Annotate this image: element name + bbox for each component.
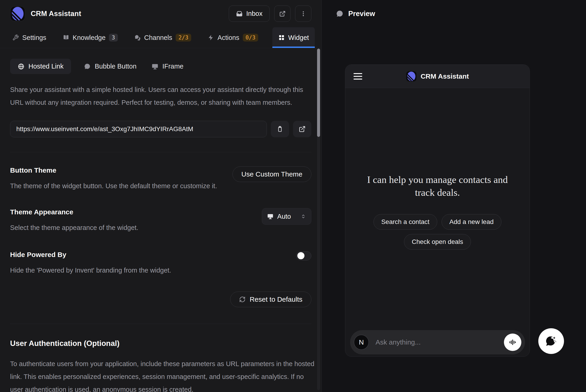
actions-count-badge: 0/3: [243, 34, 258, 42]
chat-bubble-icon: [84, 63, 91, 70]
tab-label: Knowledge: [73, 34, 106, 42]
tab-label: Channels: [144, 34, 172, 42]
tools-icon: [12, 34, 19, 41]
hide-powered-by-toggle[interactable]: [296, 251, 311, 260]
button-label: Use Custom Theme: [242, 170, 302, 178]
book-icon: [63, 34, 69, 41]
app-title: CRM Assistant: [31, 10, 81, 18]
mode-label: IFrame: [162, 62, 184, 70]
lightning-icon: [208, 34, 214, 41]
external-link-icon: [299, 126, 306, 132]
scrollbar-thumb[interactable]: [317, 48, 320, 137]
suggestion-chips: Search a contact Add a new lead Check op…: [374, 214, 502, 250]
monitor-icon: [152, 63, 158, 70]
chip-row: Search a contact Add a new lead: [374, 214, 502, 230]
app-logo: [10, 6, 25, 21]
setting-title: Hide Powered By: [10, 251, 171, 258]
tab-channels[interactable]: Channels 2/3: [132, 27, 194, 48]
chevron-up-down-icon: [300, 214, 306, 219]
widget-brand: CRM Assistant: [345, 65, 530, 88]
hosted-link-description: Share your assistant with a simple hoste…: [10, 83, 314, 109]
mode-iframe[interactable]: IFrame: [149, 59, 186, 74]
reset-row: Reset to Defaults: [10, 292, 311, 307]
inbox-label: Inbox: [246, 10, 262, 18]
section-divider: [10, 152, 311, 152]
hosted-link-input[interactable]: [10, 121, 267, 137]
user-auth-description: To authenticate users from your applicat…: [10, 358, 315, 392]
message-input[interactable]: [369, 338, 504, 346]
embed-mode-switcher: Hosted Link Bubble Button IFrame: [10, 59, 311, 74]
knowledge-count-badge: 3: [109, 34, 118, 42]
chat-bubble-icon: [336, 10, 344, 18]
tab-widget[interactable]: Widget: [272, 27, 315, 48]
kebab-menu-icon: [300, 10, 306, 17]
waveform-icon: [508, 338, 517, 346]
mode-label: Bubble Button: [95, 62, 136, 70]
monitor-icon: [267, 213, 274, 220]
widget-title: CRM Assistant: [421, 72, 469, 80]
open-link-button[interactable]: [293, 121, 311, 137]
tab-label: Actions: [218, 34, 239, 42]
reset-to-defaults-button[interactable]: Reset to Defaults: [230, 292, 311, 307]
hide-powered-by-setting: Hide Powered By Hide the 'Powered by Inv…: [10, 251, 311, 274]
setting-title: Theme Appearance: [10, 208, 138, 216]
hosted-link-row: [10, 121, 311, 137]
app-brand: CRM Assistant: [10, 6, 81, 21]
tab-label: Widget: [288, 34, 309, 42]
toggle-knob: [297, 252, 304, 259]
more-options-button[interactable]: [295, 6, 311, 22]
channels-count-badge: 2/3: [176, 34, 191, 42]
config-tabbar: Settings Knowledge 3 Channels 2/3 Action…: [0, 27, 322, 48]
clipboard-icon: [276, 126, 283, 132]
widget-preview-card: CRM Assistant I can help you manage cont…: [345, 64, 530, 357]
refresh-icon: [239, 296, 246, 302]
inbox-button[interactable]: Inbox: [229, 6, 270, 22]
inbox-icon: [236, 10, 243, 17]
widget-header: CRM Assistant: [345, 65, 530, 88]
chat-sparkle-icon: [544, 334, 558, 348]
setting-title: Button Theme: [10, 166, 217, 174]
tab-knowledge[interactable]: Knowledge 3: [60, 27, 120, 48]
suggestion-search-contact[interactable]: Search a contact: [374, 214, 437, 230]
welcome-message: I can help you manage contacts and track…: [357, 173, 518, 199]
header-actions: Inbox: [229, 6, 311, 22]
widget-grid-icon: [278, 34, 285, 41]
preview-panel: Preview: [322, 0, 586, 392]
use-custom-theme-button[interactable]: Use Custom Theme: [232, 166, 311, 182]
tab-settings[interactable]: Settings: [10, 27, 48, 48]
mode-bubble-button[interactable]: Bubble Button: [82, 59, 139, 74]
setting-description: The theme of the widget button. Use the …: [10, 182, 217, 190]
widget-tab-content: Hosted Link Bubble Button IFrame Share y…: [0, 48, 322, 392]
tab-label: Settings: [22, 34, 46, 42]
section-divider: [10, 324, 311, 324]
suggestion-add-lead[interactable]: Add a new lead: [442, 214, 502, 230]
theme-appearance-setting: Theme Appearance Select the theme appear…: [10, 208, 311, 232]
hamburger-menu-button[interactable]: [354, 73, 362, 80]
mode-label: Hosted Link: [28, 62, 64, 70]
external-link-icon: [279, 10, 286, 17]
tab-actions[interactable]: Actions 0/3: [206, 27, 260, 48]
app-header: CRM Assistant Inbox: [0, 0, 322, 27]
message-input-bar: N: [350, 330, 525, 354]
button-label: Reset to Defaults: [250, 296, 302, 303]
setting-description: Hide the 'Powered by Invent' branding fr…: [10, 266, 171, 274]
user-auth-title: User Authentication (Optional): [10, 339, 311, 348]
preview-title: Preview: [348, 10, 375, 18]
setting-description: Select the theme appearance of the widge…: [10, 224, 138, 232]
selected-appearance: Auto: [277, 213, 291, 220]
user-avatar: N: [354, 335, 369, 350]
widget-body: I can help you manage contacts and track…: [345, 88, 530, 357]
suggestion-check-deals[interactable]: Check open deals: [404, 234, 471, 250]
copy-link-button[interactable]: [271, 121, 289, 137]
button-theme-text: Button Theme The theme of the widget but…: [10, 166, 217, 190]
hide-powered-by-text: Hide Powered By Hide the 'Powered by Inv…: [10, 251, 171, 274]
widget-logo: [406, 71, 416, 82]
button-theme-setting: Button Theme The theme of the widget but…: [10, 166, 311, 190]
globe-icon: [18, 63, 24, 70]
voice-input-button[interactable]: [504, 334, 521, 351]
open-external-button[interactable]: [274, 6, 290, 22]
theme-appearance-select[interactable]: Auto: [262, 208, 311, 225]
mode-hosted-link[interactable]: Hosted Link: [10, 59, 71, 74]
assistant-config-panel: CRM Assistant Inbox: [0, 0, 322, 392]
chat-launcher-button[interactable]: [538, 328, 564, 354]
